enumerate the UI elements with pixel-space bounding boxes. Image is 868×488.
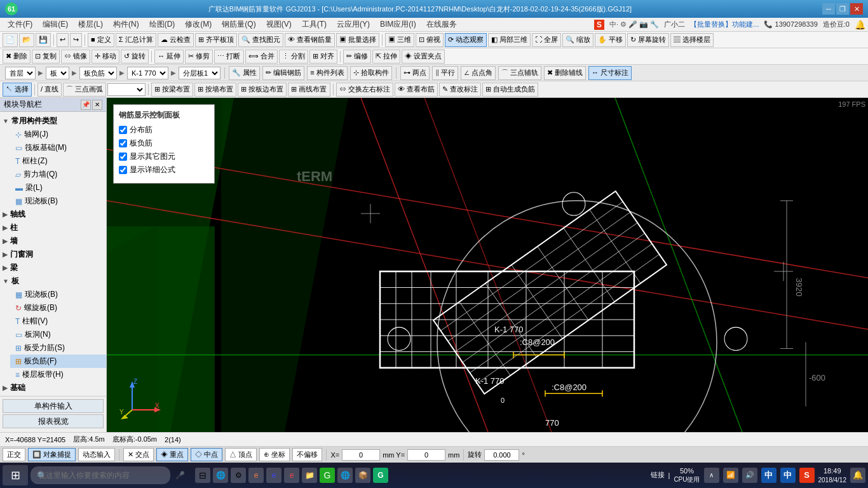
view-rebar-btn[interactable]: 👁 查看钢筋量: [285, 33, 335, 47]
tray-notification[interactable]: 🔔: [850, 468, 865, 483]
app-green[interactable]: G: [320, 468, 335, 483]
by-slab-edge-btn[interactable]: ⊞ 按板边布置: [238, 83, 287, 97]
tray-network[interactable]: 📶: [723, 468, 738, 483]
tree-item-slab-rebar[interactable]: ⊞ 板受力筋(S): [10, 341, 106, 355]
tree-item-cast-slab[interactable]: ▦ 现浇板(B): [10, 288, 106, 301]
local-3d-btn[interactable]: ◧ 局部三维: [488, 33, 531, 47]
single-component-btn[interactable]: 单构件输入: [3, 399, 104, 413]
swap-annot-btn[interactable]: ⇔ 交换左右标注: [336, 83, 393, 97]
sidebar-close-btn[interactable]: ✕: [92, 100, 102, 110]
minimize-btn[interactable]: ─: [822, 3, 835, 15]
snap-dynamic-btn[interactable]: 动态输入: [78, 448, 115, 461]
auto-neg-btn[interactable]: ⊞ 自动生成负筋: [482, 83, 538, 97]
delete-btn[interactable]: ✖ 删除: [3, 50, 31, 64]
tree-item-column-cap[interactable]: Τ 柱帽(V): [10, 315, 106, 328]
open-btn[interactable]: 📂: [19, 33, 34, 47]
mirror-btn[interactable]: ⇔ 镜像: [61, 50, 90, 64]
restore-btn[interactable]: ❐: [836, 3, 849, 15]
draw-line-place-btn[interactable]: ⊞ 画线布置: [288, 83, 330, 97]
check-formula[interactable]: [119, 166, 127, 174]
tree-item-column[interactable]: Τ 框柱(Z): [10, 154, 106, 168]
sidebar-pin-btn[interactable]: 📌: [81, 100, 91, 110]
tree-group-wall[interactable]: ▶ 墙: [0, 234, 106, 248]
app-pkg[interactable]: 📦: [355, 468, 370, 483]
copy-btn[interactable]: ⊡ 复制: [32, 50, 60, 64]
menu-modify[interactable]: 修改(M): [180, 18, 217, 31]
layer-select[interactable]: 分层板1: [179, 67, 220, 79]
app-browser2[interactable]: e: [266, 468, 281, 483]
view-rebar2-btn[interactable]: 👁 查看布筋: [395, 83, 438, 97]
calc-btn[interactable]: Σ 汇总计算: [116, 33, 156, 47]
menu-floor[interactable]: 楼层(L): [73, 18, 108, 31]
tree-group-column[interactable]: ▶ 柱: [0, 221, 106, 234]
x-input[interactable]: [342, 449, 380, 461]
check-fubujin[interactable]: [119, 126, 127, 134]
app-browser3[interactable]: e: [284, 468, 299, 483]
notification-bell[interactable]: 🔔: [855, 20, 865, 30]
tray-volume[interactable]: 🔊: [742, 468, 757, 483]
menu-cloud[interactable]: 云应用(Y): [332, 18, 375, 31]
tree-item-raft[interactable]: ▭ 筏板基础(M): [10, 141, 106, 154]
tree-item-spiral-slab[interactable]: ↻ 螺旋板(B): [10, 301, 106, 315]
tree-item-floor-band[interactable]: ≡ 楼层板带(H): [10, 368, 106, 381]
menu-view[interactable]: 视图(V): [261, 18, 297, 31]
merge-btn[interactable]: ⟺ 合并: [245, 50, 278, 64]
redo-btn[interactable]: ↪: [70, 33, 82, 47]
subtype-select[interactable]: 板负筋: [79, 67, 117, 79]
tree-item-beam[interactable]: ▬ 梁(L): [10, 181, 106, 194]
menu-bim[interactable]: BIM应用(I): [375, 18, 421, 31]
menu-rebar-qty[interactable]: 钢筋量(Q): [217, 18, 261, 31]
delete-aux-btn[interactable]: ✖ 删除辅线: [544, 66, 586, 80]
set-grip-btn[interactable]: ◈ 设置夹点: [402, 50, 445, 64]
tree-group-axis[interactable]: ▶ 轴线: [0, 208, 106, 221]
trim-btn[interactable]: ✂ 修剪: [185, 50, 213, 64]
rotate-input[interactable]: [484, 449, 519, 461]
dim-mark-btn[interactable]: ↔ 尺寸标注: [588, 66, 632, 80]
stretch-btn[interactable]: ⇱ 拉伸: [372, 50, 400, 64]
menu-edit[interactable]: 编辑(E): [37, 18, 73, 31]
menu-component[interactable]: 构件(N): [108, 18, 144, 31]
parallel-btn[interactable]: ∥ 平行: [432, 66, 458, 80]
line-tool-btn[interactable]: / 直线: [37, 83, 62, 97]
menu-tools[interactable]: 工具(T): [297, 18, 332, 31]
check-mark-btn[interactable]: ✎ 查改标注: [439, 83, 481, 97]
rotate-btn[interactable]: ↺ 旋转: [121, 50, 149, 64]
app-ggj[interactable]: G: [373, 468, 388, 483]
tree-item-axis[interactable]: ⊹ 轴网(J): [10, 128, 106, 141]
find-element-btn[interactable]: 🔍 查找图元: [238, 33, 283, 47]
batch-select-btn[interactable]: ▣ 批量选择: [336, 33, 379, 47]
tray-s-icon[interactable]: S: [799, 468, 815, 483]
pick-component-btn[interactable]: ⊹ 拾取构件: [350, 66, 392, 80]
snap-object-btn[interactable]: 🔲 对象捕捉: [28, 448, 76, 461]
cad-drawing[interactable]: 3920 -600 K-1 770 :C8@200 K-1 770 :C8@20…: [107, 98, 868, 432]
component-list-btn[interactable]: ≡ 构件列表: [307, 66, 347, 80]
snap-nooffset-btn[interactable]: 不偏移: [292, 448, 322, 461]
cad-canvas-area[interactable]: 钢筋显示控制面板 分布筋 板负筋 显示其它图元 显示详细公式: [107, 98, 868, 432]
two-point-btn[interactable]: ⊶ 两点: [400, 66, 430, 80]
edit-rebar-btn[interactable]: ✏ 编修: [343, 50, 371, 64]
snap-coord-btn[interactable]: ⊕ 坐标: [259, 448, 290, 461]
align-btn[interactable]: ⊞ 对齐: [309, 50, 337, 64]
menu-file[interactable]: 文件(F): [3, 18, 37, 31]
app-ie[interactable]: e: [248, 468, 264, 483]
datetime[interactable]: 18:49 2018/4/12: [818, 466, 847, 484]
tree-item-neg-rebar[interactable]: ⊞ 板负筋(F): [10, 355, 106, 368]
tray-up-arrow[interactable]: ∧: [704, 468, 719, 483]
check-banjin[interactable]: [119, 139, 127, 147]
angle-point-btn[interactable]: ∠ 点点角: [461, 66, 496, 80]
menu-online[interactable]: 在线服务: [421, 18, 462, 31]
split-btn[interactable]: ⋮ 分割: [279, 50, 308, 64]
by-beam-btn[interactable]: ⊞ 按梁布置: [151, 83, 193, 97]
tree-group-common[interactable]: ▼ 常用构件类型: [0, 114, 106, 128]
break-btn[interactable]: ⋯ 打断: [214, 50, 243, 64]
menu-draw[interactable]: 绘图(D): [144, 18, 180, 31]
extend-btn[interactable]: ↔ 延伸: [154, 50, 184, 64]
type-select[interactable]: 板: [46, 67, 69, 79]
fullscreen-btn[interactable]: ⛶ 全屏: [532, 33, 561, 47]
flat-top-btn[interactable]: ⊞ 齐平板顶: [195, 33, 237, 47]
define-btn[interactable]: ■ 定义: [88, 33, 114, 47]
app-taskview[interactable]: ⊟: [195, 468, 210, 483]
snap-ortho-btn[interactable]: 正交: [3, 448, 25, 461]
tree-item-slab-hole[interactable]: ▭ 板洞(N): [10, 328, 106, 341]
select-floor-btn[interactable]: ▤ 选择楼层: [670, 33, 714, 47]
